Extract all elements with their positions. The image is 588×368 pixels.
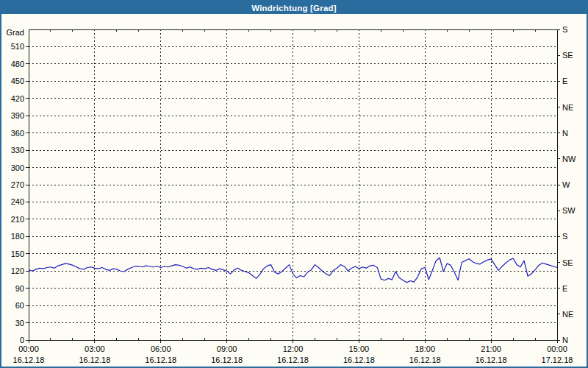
- x-date-label: 16.12.18: [343, 355, 375, 364]
- x-date-label: 16.12.18: [79, 355, 110, 364]
- x-time-label: 21:00: [481, 344, 501, 353]
- y-right-tick-label: NE: [562, 103, 573, 112]
- y-left-tick-label: 240: [11, 197, 24, 206]
- y-right-tick-label: E: [562, 77, 567, 85]
- x-time-label: 15:00: [349, 344, 370, 353]
- y-right-tick-label: S: [562, 232, 567, 241]
- y-left-tick-label: 420: [11, 94, 24, 103]
- y-right-tick-label: SE: [562, 258, 573, 267]
- x-time-label: 00:00: [547, 344, 567, 353]
- x-time-label: 12:00: [283, 344, 304, 353]
- y-left-tick-label: 120: [11, 266, 24, 275]
- y-right-tick-label: SE: [562, 51, 573, 60]
- y-right-tick-label: NE: [562, 310, 573, 319]
- y-left-tick-label: 450: [11, 77, 24, 85]
- y-left-tick-label: 300: [11, 163, 24, 172]
- y-left-tick-label: 180: [11, 232, 24, 241]
- x-date-label: 16.12.18: [277, 355, 309, 364]
- x-date-label: 16.12.18: [409, 355, 441, 364]
- x-time-label: 03:00: [85, 344, 105, 353]
- y-left-tick-label: 60: [15, 301, 24, 310]
- y-right-tick-label: W: [562, 180, 570, 189]
- y-left-tick-label: 360: [11, 129, 24, 138]
- y-axis-unit-label: Grad: [7, 28, 24, 37]
- x-date-label: 17.12.18: [542, 355, 573, 364]
- chart-area: 0306090120150180210240270300330360390420…: [1, 14, 587, 367]
- x-time-label: 18:00: [415, 344, 435, 353]
- y-right-tick-label: NW: [562, 155, 576, 163]
- y-left-tick-label: 510: [11, 42, 24, 51]
- y-left-tick-label: 480: [11, 60, 24, 68]
- y-left-tick-label: 270: [11, 180, 24, 189]
- y-left-tick-label: 30: [15, 319, 24, 328]
- wind-direction-chart: 0306090120150180210240270300330360390420…: [1, 14, 587, 367]
- y-left-tick-label: 0: [20, 336, 24, 344]
- window-title: Windrichtung [Grad]: [251, 4, 337, 13]
- y-left-tick-label: 150: [11, 250, 24, 258]
- x-date-label: 16.12.18: [13, 355, 45, 364]
- x-time-label: 00:00: [18, 344, 39, 353]
- x-time-label: 06:00: [151, 344, 171, 353]
- x-time-label: 09:00: [217, 344, 237, 353]
- y-left-tick-label: 330: [11, 146, 24, 155]
- y-right-tick-label: SW: [562, 206, 576, 215]
- y-left-tick-label: 390: [11, 111, 24, 120]
- y-left-tick-label: 90: [15, 284, 24, 293]
- y-left-tick-label: 210: [11, 215, 24, 224]
- y-right-tick-label: S: [562, 25, 567, 34]
- y-right-tick-label: N: [562, 129, 568, 138]
- x-date-label: 16.12.18: [211, 355, 243, 364]
- window-titlebar: Windrichtung [Grad]: [1, 1, 587, 14]
- x-date-label: 16.12.18: [145, 355, 176, 364]
- y-right-tick-label: E: [562, 284, 567, 293]
- y-right-tick-label: N: [562, 336, 568, 344]
- x-date-label: 16.12.18: [476, 355, 507, 364]
- chart-window: Windrichtung [Grad] 03060901201501802102…: [0, 0, 588, 368]
